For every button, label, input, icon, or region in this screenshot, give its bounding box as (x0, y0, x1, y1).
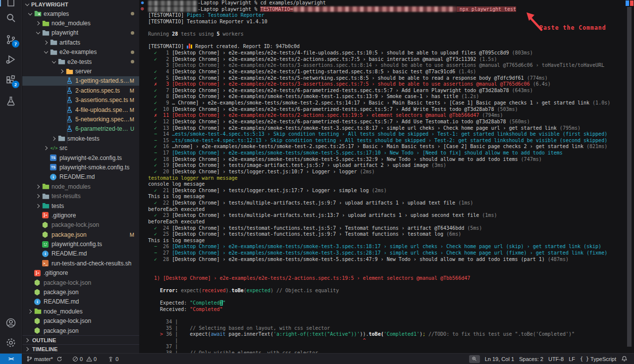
tree-item-6-parametrized-tests-[interactable]: 6-parametrized-tests....U (22, 124, 139, 134)
tree-item-node-modules[interactable]: node_modules (22, 307, 139, 316)
indentation-item[interactable]: Spaces: 2 (517, 354, 546, 364)
tree-item-label: .gitignore (52, 212, 76, 219)
tree-item-artifacts[interactable]: artifacts (22, 38, 139, 47)
notifications-item[interactable] (619, 354, 630, 364)
tree-item-label: package-lock.json (44, 317, 91, 324)
tree-item-5-networking-spec-ts[interactable]: 5-networking.spec.tsM (22, 114, 139, 124)
terminal-line: console log message (148, 181, 634, 188)
remote-indicator[interactable]: >< (0, 354, 22, 364)
tree-item-playwright-e2e-config-ts[interactable]: TSplaywright-e2e.config.ts (22, 153, 139, 162)
tree-item-label: e2e-tests (67, 58, 92, 65)
encoding-item[interactable]: UTF-8 (546, 354, 566, 364)
account-icon[interactable] (0, 313, 22, 333)
language-mode-item[interactable]: { }TypeScript (578, 354, 619, 364)
tree-item-readme-md[interactable]: iREADME.md (22, 297, 139, 307)
eol-item[interactable]: LF (566, 354, 578, 364)
tree-item-test-results[interactable]: test-results (22, 191, 139, 201)
tree-item-label: 3-assertions.spec.ts (75, 97, 128, 104)
ts-icon: TS (50, 164, 59, 170)
tree-item-smoke-tests[interactable]: smoke-tests (22, 134, 139, 143)
terminal-line: 34 | (148, 319, 634, 325)
folder-icon (50, 49, 59, 55)
terminal-line: ✓ 1 [Desktop Chrome] › e2e-examples/e2e-… (148, 50, 634, 56)
tree-item-1-getting-started-spe-[interactable]: 1-getting-started.spe...M (22, 76, 139, 86)
activity-bar: 7 2 (0, 0, 22, 353)
terminal-line: | ^ (148, 338, 634, 344)
terminal-panel[interactable]: -Laptop Playwright % cd examples/playwri… (140, 0, 634, 353)
tree-item-package-lock-json[interactable]: package-lock.json (22, 316, 139, 326)
command-success-decoration-icon: ● (141, 0, 144, 5)
tree-item-e2e-examples[interactable]: e2e-examples (22, 48, 139, 57)
tree-item-label: 4-file-uploads.spec.ts (75, 106, 130, 113)
playwright-icon (42, 241, 52, 248)
tree-item-src[interactable]: </>src (22, 143, 139, 153)
run-debug-icon[interactable] (0, 50, 22, 69)
screencast-zoom-item[interactable] (467, 354, 482, 364)
tree-item-server[interactable]: server (22, 66, 139, 76)
timeline-section-header[interactable]: TIMELINE (22, 344, 139, 353)
tree-item--gitignore[interactable]: .gitignore (22, 210, 139, 220)
folder-media-icon (34, 10, 44, 17)
dirty-dot-badge (131, 12, 134, 15)
outline-label: OUTLINE (32, 337, 56, 343)
tree-item-label: artifacts (59, 39, 80, 46)
extensions-icon[interactable]: 2 (0, 70, 22, 90)
cursor-position-item[interactable]: Ln 19, Col 1 (482, 354, 517, 364)
tree-item-package-json[interactable]: package.jsonM (22, 230, 139, 239)
tree-item-package-lock-json[interactable]: package-lock.json (22, 278, 139, 287)
terminal-line: ✗ 11 [Desktop Chrome] › e2e-examples/e2e… (148, 112, 634, 119)
dirty-dot-badge (131, 51, 134, 54)
tree-item-tests[interactable]: tests (22, 201, 139, 210)
terminal-line: ✓ 20 [Desktop Chrome] › tests/logger.tes… (148, 169, 634, 175)
tree-item-package-json[interactable]: package.json (22, 287, 139, 297)
scrollbar-mark-error (630, 0, 634, 6)
tree-item-node-modules[interactable]: node_modules (22, 18, 139, 28)
folder-icon (42, 183, 52, 190)
tree-item-playwright-smoke-config-ts[interactable]: TSplaywright-smoke.config.ts (22, 162, 139, 172)
outline-section-header[interactable]: OUTLINE (22, 335, 139, 344)
terminal-line: ✓ 12 [Desktop Chrome] › e2e-examples/e2e… (148, 119, 634, 125)
tree-item-label: tests (52, 203, 64, 209)
sync-icon (56, 356, 62, 362)
tree-item-label: README.md (44, 298, 79, 305)
tree-item-playwright-config-ts[interactable]: playwright.config.ts (22, 239, 139, 249)
chevron-right-icon (43, 145, 50, 151)
folder-icon (42, 193, 52, 200)
explorer-header[interactable]: PLAYWRIGHT (22, 0, 139, 9)
vscode-window: 7 2 PLAYWRIGHT examplesnode_modulesplayw… (0, 0, 634, 364)
source-control-icon[interactable]: 7 (0, 30, 22, 50)
terminal-line: − 17 [Desktop Chrome] › e2e-examples/smo… (148, 150, 634, 156)
terminal-line: ✓ 19 [Desktop Chrome] › tests/image-arti… (148, 162, 634, 169)
tree-item-examples[interactable]: examples (22, 9, 139, 18)
chevron-right-icon (35, 193, 42, 199)
terminal-line: Running 28 tests using 5 workers (148, 31, 634, 38)
tree-item-node-modules[interactable]: node_modules (22, 182, 139, 191)
ports-item[interactable]: 0 (105, 354, 121, 364)
tree-item-package-json[interactable]: package.json (22, 326, 139, 335)
terminal-scrollbar[interactable] (627, 7, 632, 347)
tree-item--gitignore[interactable]: .gitignore (22, 268, 139, 278)
settings-gear-icon[interactable] (0, 333, 22, 353)
workspace-title: PLAYWRIGHT (31, 1, 68, 7)
chevron-right-icon (59, 68, 66, 74)
branch-item[interactable]: master* (24, 354, 65, 364)
tree-item-3-assertions-spec-ts[interactable]: 3-assertions.spec.tsM (22, 96, 139, 105)
tree-item-e2e-tests[interactable]: e2e-tests (22, 57, 139, 66)
terminal-line: ✓ 13 [Desktop Chrome] › e2e-examples/smo… (148, 125, 634, 132)
tree-item-label: .gitignore (44, 269, 68, 276)
tree-item-2-actions-spec-ts[interactable]: 2-actions.spec.tsM (22, 86, 139, 95)
tree-item-readme-md[interactable]: iREADME.md (22, 172, 139, 182)
folder-icon (58, 135, 67, 142)
timeline-label: TIMELINE (32, 346, 57, 352)
terminal-line: ✓ 10 [Desktop Chrome] › e2e-examples/e2e… (148, 106, 634, 113)
command-error-decoration-icon: ⊗ (141, 5, 144, 12)
tree-item-readme-md[interactable]: iREADME.md (22, 249, 139, 259)
testing-beaker-icon[interactable] (0, 91, 22, 111)
tree-item-package-lock-json[interactable]: package-lock.json (22, 220, 139, 230)
problems-item[interactable]: 0 0 (70, 354, 99, 364)
tree-item-playwright[interactable]: playwright (22, 28, 139, 38)
info-icon: i (34, 299, 44, 305)
search-icon[interactable] (0, 8, 22, 28)
tree-item-4-file-uploads-spec-ts[interactable]: 4-file-uploads.spec.tsM (22, 105, 139, 114)
tree-item-run-tests-and-check-results-sh[interactable]: >_run-tests-and-check-results.sh (22, 259, 139, 268)
